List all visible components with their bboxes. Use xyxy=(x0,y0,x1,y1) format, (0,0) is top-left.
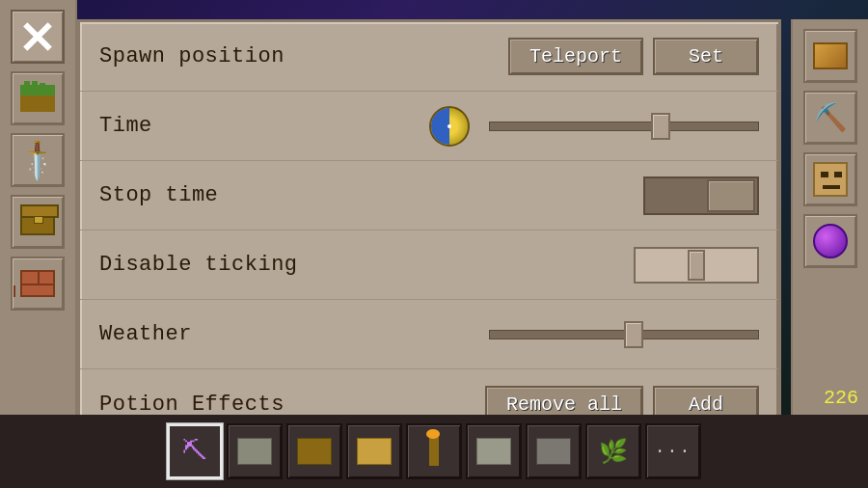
hotbar-slot-sapling[interactable]: 🌿 xyxy=(585,423,641,479)
teleport-button[interactable]: Teleport xyxy=(508,38,643,75)
clock-icon xyxy=(429,106,470,147)
hotbar-dirt-icon xyxy=(297,438,332,465)
sword-icon: 🗡️ xyxy=(14,137,62,184)
disable-ticking-label: Disable ticking xyxy=(99,253,350,277)
hotbar-slot-pickaxe[interactable]: ⛏ xyxy=(167,423,223,479)
time-slider-thumb[interactable] xyxy=(651,113,670,140)
pickaxe-icon: ⛏️ xyxy=(814,101,848,134)
hotbar-dots-icon: ··· xyxy=(655,442,692,461)
hotbar-slot-more[interactable]: ··· xyxy=(645,423,701,479)
hotbar-cobble-icon xyxy=(536,438,571,465)
potion-effects-label: Potion Effects xyxy=(99,393,350,417)
spawn-position-label: Spawn position xyxy=(99,44,350,68)
stop-time-label: Stop time xyxy=(99,183,350,207)
weather-controls xyxy=(350,330,759,339)
hotbar-pickaxe-icon: ⛏ xyxy=(182,436,207,467)
sidebar-item-orb[interactable] xyxy=(803,214,857,268)
stop-time-row: Stop time xyxy=(80,161,778,230)
wood-block-icon xyxy=(813,42,848,69)
disable-ticking-thumb xyxy=(688,250,705,281)
set-button[interactable]: Set xyxy=(653,38,759,75)
time-label: Time xyxy=(99,114,350,138)
score-value: 226 xyxy=(824,387,858,409)
left-sidebar: 🗡️ xyxy=(0,0,77,415)
chest-icon xyxy=(20,208,55,235)
face-icon xyxy=(813,162,848,197)
sidebar-item-grass[interactable] xyxy=(11,71,65,125)
stop-time-toggle[interactable] xyxy=(643,176,759,215)
weather-row: Weather xyxy=(80,300,778,369)
hotbar: ⛏ 🌿 ··· xyxy=(0,415,868,488)
sidebar-item-wood-block[interactable] xyxy=(803,29,857,83)
right-sidebar: ⛏️ xyxy=(791,19,868,434)
weather-label: Weather xyxy=(99,322,350,346)
spawn-position-controls: Teleport Set xyxy=(350,38,759,75)
time-slider-container xyxy=(489,122,759,131)
sidebar-item-brick[interactable] xyxy=(11,257,65,311)
time-row: Time xyxy=(80,92,778,161)
disable-ticking-toggle[interactable] xyxy=(634,247,759,284)
spawn-position-row: Spawn position Teleport Set xyxy=(80,22,778,92)
time-controls xyxy=(350,106,759,147)
sidebar-item-sword[interactable]: 🗡️ xyxy=(11,133,65,187)
hotbar-sapling-icon: 🌿 xyxy=(599,438,628,466)
time-slider-track xyxy=(489,122,759,131)
hotbar-wood-icon xyxy=(357,438,392,465)
sidebar-item-pickaxe[interactable]: ⛏️ xyxy=(803,91,857,145)
weather-slider-container xyxy=(489,330,759,339)
hotbar-slot-dirt[interactable] xyxy=(286,423,342,479)
hotbar-slot-stone[interactable] xyxy=(466,423,522,479)
hotbar-torch-icon xyxy=(429,437,439,466)
weather-slider-thumb[interactable] xyxy=(624,321,643,348)
close-icon xyxy=(20,19,55,54)
brick-icon xyxy=(20,270,55,297)
disable-ticking-row: Disable ticking xyxy=(80,230,778,300)
grass-icon xyxy=(20,85,55,112)
sidebar-item-face[interactable] xyxy=(803,152,857,206)
score-display: 226 xyxy=(824,387,858,409)
disable-ticking-controls xyxy=(350,247,759,284)
hotbar-gravel-icon xyxy=(237,438,272,465)
stop-time-controls xyxy=(350,176,759,215)
hotbar-slot-gravel[interactable] xyxy=(227,423,283,479)
sidebar-item-chest[interactable] xyxy=(11,195,65,249)
weather-slider-track xyxy=(489,330,759,339)
hotbar-slot-cobble[interactable] xyxy=(526,423,582,479)
sidebar-item-close[interactable] xyxy=(11,10,65,64)
main-panel: Spawn position Teleport Set Time Stop ti… xyxy=(77,19,781,434)
hotbar-stone-icon xyxy=(476,438,511,465)
hotbar-slot-wood[interactable] xyxy=(346,423,402,479)
hotbar-slot-torch[interactable] xyxy=(406,423,462,479)
orb-icon xyxy=(813,224,848,258)
stop-time-toggle-thumb xyxy=(707,179,755,212)
